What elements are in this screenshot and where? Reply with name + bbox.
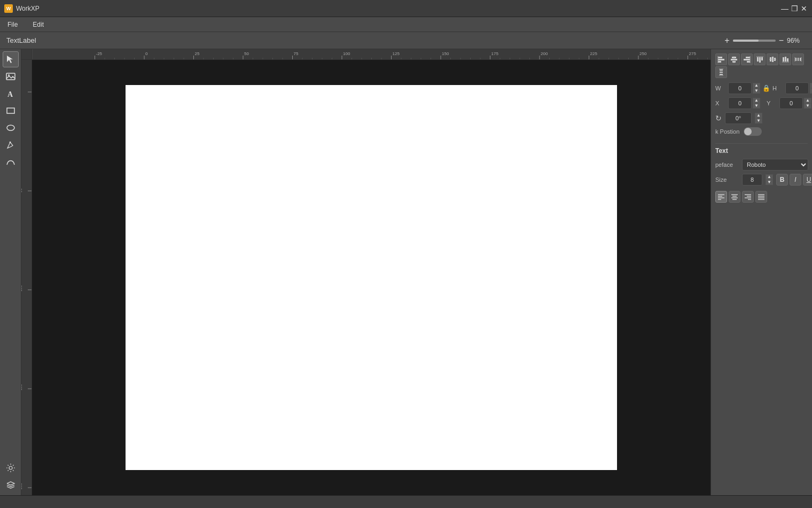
w-down-button[interactable]: ▼ [753, 88, 760, 94]
distribute-v-button[interactable] [715, 66, 727, 78]
underline-button[interactable]: U [803, 174, 812, 186]
arrow-tool[interactable] [3, 51, 19, 67]
y-down-button[interactable]: ▼ [804, 103, 811, 109]
h-input[interactable] [785, 82, 809, 94]
y-up-button[interactable]: ▲ [804, 98, 811, 103]
align-left-button[interactable] [715, 53, 727, 65]
h-ruler-container: -250255075100125150175200225250275 50100… [21, 49, 710, 495]
rotation-down-button[interactable]: ▼ [755, 118, 762, 124]
canvas-white [126, 85, 617, 470]
text-align-justify-button[interactable] [755, 191, 767, 203]
align-right-button[interactable] [741, 53, 753, 65]
svg-point-6 [9, 142, 11, 143]
svg-text:250: 250 [639, 51, 647, 56]
svg-rect-105 [744, 59, 750, 60]
svg-point-5 [7, 125, 14, 130]
font-select[interactable]: Roboto Arial Times New Roman Courier New [742, 159, 808, 171]
font-size-input[interactable] [742, 174, 762, 186]
y-input[interactable] [779, 97, 803, 109]
pen-tool[interactable] [3, 137, 19, 153]
minimize-button[interactable]: — [781, 5, 788, 12]
left-toolbar: A [0, 49, 21, 495]
close-button[interactable]: ✕ [800, 5, 808, 12]
zoom-value: 96% [787, 37, 806, 44]
w-spinner: ▲ ▼ [753, 83, 760, 94]
ellipse-tool[interactable] [3, 120, 19, 136]
rotation-row: ↻ ▲ ▼ [715, 112, 808, 124]
svg-text:50: 50 [244, 51, 249, 56]
text-align-right-button[interactable] [742, 191, 754, 203]
svg-rect-116 [783, 57, 784, 61]
image-tool[interactable] [3, 68, 19, 84]
text-align-left-button[interactable] [715, 191, 727, 203]
h-down-button[interactable]: ▼ [810, 88, 812, 94]
align-bottom-button[interactable] [779, 53, 791, 65]
svg-text:25: 25 [195, 51, 200, 56]
align-center-h-button[interactable] [728, 53, 740, 65]
svg-rect-109 [759, 57, 761, 63]
h-up-button[interactable]: ▲ [810, 83, 812, 88]
lock-icon: 🔒 [762, 84, 770, 92]
svg-rect-96 [718, 57, 722, 58]
settings-tool[interactable] [3, 460, 19, 476]
italic-button[interactable]: I [790, 174, 801, 186]
size-down-button[interactable]: ▼ [766, 180, 773, 185]
maximize-button[interactable]: ❒ [791, 5, 798, 12]
svg-rect-121 [798, 58, 799, 61]
text-align-center-button[interactable] [729, 191, 740, 203]
curve-tool[interactable] [3, 154, 19, 170]
v-ruler: 50100150200 [21, 60, 32, 495]
kpos-row: k Postion [715, 127, 808, 136]
kpos-label: k Postion [715, 128, 739, 135]
x-input[interactable] [728, 97, 752, 109]
wh-row: W ▲ ▼ 🔒 H ▲ ▼ [715, 82, 808, 94]
align-vcenter-button[interactable] [767, 53, 778, 65]
divider1 [715, 143, 808, 144]
rotation-spinner: ▲ ▼ [755, 113, 762, 124]
font-size-row: Size ▲ ▼ B I U [715, 174, 808, 186]
zoom-slider[interactable] [733, 40, 776, 42]
w-input[interactable] [728, 82, 752, 94]
x-input-group: ▲ ▼ [728, 97, 760, 109]
rotation-input[interactable] [725, 112, 752, 124]
svg-text:A: A [7, 90, 13, 98]
svg-text:275: 275 [689, 51, 697, 56]
zoom-out-button[interactable]: − [779, 36, 784, 45]
rotation-up-button[interactable]: ▲ [755, 113, 762, 118]
ruler-corner [21, 49, 32, 60]
svg-rect-120 [795, 58, 797, 61]
svg-point-7 [9, 466, 12, 469]
distribute-h-button[interactable] [792, 53, 804, 65]
menu-bar: File Edit [0, 17, 812, 32]
menu-edit[interactable]: Edit [29, 20, 47, 29]
size-up-button[interactable]: ▲ [766, 174, 773, 180]
font-row: peface Roboto Arial Times New Roman Cour… [715, 159, 808, 171]
align-top-button[interactable] [754, 53, 766, 65]
svg-rect-126 [720, 72, 723, 73]
canvas-row: 50100150200 [21, 60, 710, 495]
kpos-toggle[interactable] [744, 127, 762, 136]
w-up-button[interactable]: ▲ [753, 83, 760, 88]
layers-tool[interactable] [3, 477, 19, 493]
zoom-controls: + − 96% [724, 36, 806, 45]
svg-rect-1 [6, 73, 15, 80]
y-input-group: ▲ ▼ [779, 97, 811, 109]
text-section-label: Text [715, 147, 808, 155]
title-bar: W WorkXP — ❒ ✕ [0, 0, 812, 17]
zoom-in-button[interactable]: + [724, 36, 729, 45]
x-up-button[interactable]: ▲ [753, 98, 760, 103]
text-tool[interactable]: A [3, 86, 19, 102]
xy-row: X ▲ ▼ Y ▲ ▼ [715, 97, 808, 109]
svg-text:-25: -25 [96, 51, 103, 56]
x-down-button[interactable]: ▼ [753, 103, 760, 109]
canvas-area[interactable] [32, 60, 710, 495]
menu-file[interactable]: File [4, 20, 21, 29]
rectangle-tool[interactable] [3, 103, 19, 119]
svg-rect-104 [746, 57, 750, 58]
title-text: WorkXP [16, 5, 40, 12]
font-style-buttons: B I U [776, 174, 812, 186]
svg-text:50: 50 [21, 188, 22, 193]
svg-text:125: 125 [393, 51, 400, 56]
y-label: Y [767, 100, 777, 106]
bold-button[interactable]: B [776, 174, 788, 186]
